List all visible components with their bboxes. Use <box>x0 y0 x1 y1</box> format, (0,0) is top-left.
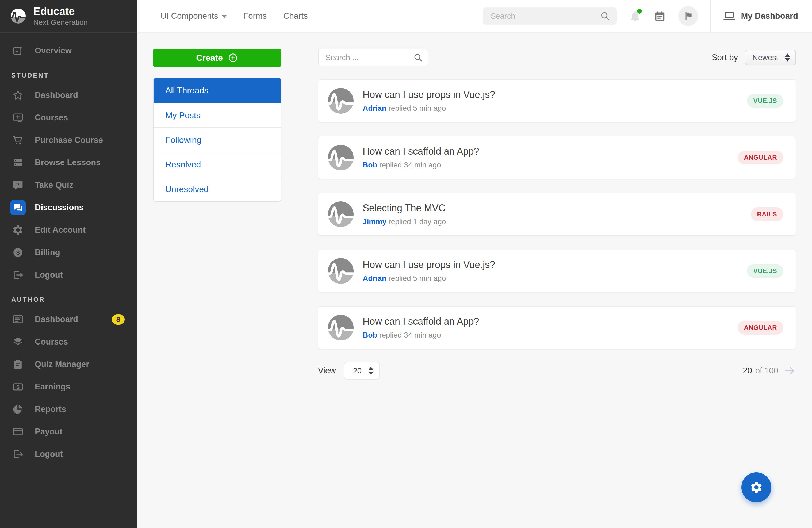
sidebar-item-take-quiz[interactable]: ? Take Quiz <box>0 174 137 196</box>
overview-icon <box>10 43 26 59</box>
main-content: Create All ThreadsMy PostsFollowingResol… <box>137 33 812 528</box>
notifications-button[interactable] <box>629 10 641 22</box>
plus-circle-icon <box>228 53 238 63</box>
topnav-link-forms[interactable]: Forms <box>243 11 267 21</box>
search-icon[interactable] <box>413 53 423 62</box>
topbar-divider <box>710 0 711 32</box>
thread-title[interactable]: How can I use props in Vue.js? <box>363 259 495 270</box>
sort-select[interactable]: Newest <box>745 50 796 65</box>
sidebar-item-label: Take Quiz <box>35 180 73 190</box>
search-icon[interactable] <box>600 11 610 22</box>
star-icon <box>10 87 26 103</box>
thread-tag-badge: ANGULAR <box>738 321 784 334</box>
thread-card[interactable]: How can I scaffold an App? Bob replied 3… <box>318 306 796 349</box>
sidebar-item-label: Billing <box>35 248 60 257</box>
filters-column: Create All ThreadsMy PostsFollowingResol… <box>153 49 281 528</box>
discussions-icon <box>10 200 26 215</box>
sidebar-item-courses[interactable]: Courses <box>0 106 137 129</box>
sidebar-nav: Overview STUDENT Dashboard Courses Purch… <box>0 33 137 466</box>
sidebar-item-label: Quiz Manager <box>35 359 89 369</box>
thread-tag-badge: RAILS <box>751 207 784 221</box>
create-button[interactable]: Create <box>153 49 281 67</box>
sidebar-item-courses[interactable]: Courses <box>0 331 137 353</box>
svg-text:$: $ <box>16 249 20 256</box>
thread-replied-text: replied 5 min ago <box>388 104 446 112</box>
filter-following[interactable]: Following <box>154 127 281 152</box>
sidebar-item-quiz-manager[interactable]: Quiz Manager <box>0 353 137 375</box>
sidebar-item-label: Earnings <box>35 382 70 391</box>
my-dashboard-link[interactable]: My Dashboard <box>723 10 798 22</box>
thread-card[interactable]: How can I use props in Vue.js? Adrian re… <box>318 249 796 292</box>
brand-header[interactable]: Educate Next Generation <box>0 0 137 33</box>
sidebar-item-dashboard[interactable]: Dashboard 8 <box>0 308 137 331</box>
topnav-link-ui-components[interactable]: UI Components <box>160 11 227 21</box>
avatar <box>328 201 353 227</box>
topbar: UI Components Forms Charts <box>137 0 812 33</box>
thread-title[interactable]: How can I scaffold an App? <box>363 316 479 327</box>
threads-search <box>318 49 429 66</box>
sidebar-item-label: Purchase Course <box>35 135 103 145</box>
arrow-right-icon[interactable] <box>784 365 796 377</box>
thread-card[interactable]: Selecting The MVC Jimmy replied 1 day ag… <box>318 193 796 236</box>
avatar <box>328 258 353 284</box>
sidebar-item-dashboard[interactable]: Dashboard <box>0 84 137 106</box>
my-dashboard-label: My Dashboard <box>741 11 798 21</box>
thread-title[interactable]: Selecting The MVC <box>363 202 446 214</box>
sidebar-item-label: Discussions <box>35 203 84 212</box>
sidebar-item-payout[interactable]: Payout <box>0 420 137 443</box>
sidebar-item-purchase-course[interactable]: Purchase Course <box>0 129 137 152</box>
filter-all-threads[interactable]: All Threads <box>154 78 281 103</box>
sidebar-item-logout[interactable]: Logout <box>0 264 137 286</box>
sidebar-item-browse-lessons[interactable]: Browse Lessons <box>0 152 137 174</box>
filter-unresolved[interactable]: Unresolved <box>154 176 281 201</box>
sidebar-item-label: Courses <box>35 113 68 123</box>
threads-column: Sort by Newest How can I use props in V <box>318 49 796 528</box>
thread-author-link[interactable]: Adrian <box>363 104 387 112</box>
sidebar-item-logout[interactable]: Logout <box>0 443 137 466</box>
sidebar-item-earnings[interactable]: $ Earnings <box>0 375 137 398</box>
topnav-link-charts[interactable]: Charts <box>283 11 308 21</box>
flag-icon <box>683 11 693 21</box>
thread-title[interactable]: How can I use props in Vue.js? <box>363 89 495 100</box>
thread-author-link[interactable]: Adrian <box>363 274 387 283</box>
sidebar-item-billing[interactable]: $ Billing <box>0 241 137 264</box>
sort-by-label: Sort by <box>712 53 738 62</box>
thread-replied-text: replied 1 day ago <box>389 217 446 226</box>
sidebar-item-label: Dashboard <box>35 315 78 324</box>
sidebar-item-label: Payout <box>35 427 62 437</box>
thread-card[interactable]: How can I scaffold an App? Bob replied 3… <box>318 136 796 179</box>
thread-meta: Bob replied 34 min ago <box>363 161 479 169</box>
sidebar-item-edit-account[interactable]: Edit Account <box>0 219 137 241</box>
pagination-total: of 100 <box>755 366 778 375</box>
thread-author-link[interactable]: Jimmy <box>363 217 387 226</box>
calendar-button[interactable] <box>654 10 666 22</box>
thread-replied-text: replied 5 min ago <box>388 274 446 283</box>
flag-button[interactable] <box>678 6 698 26</box>
courses-icon <box>10 110 26 126</box>
view-count-select[interactable]: 20 <box>344 362 379 380</box>
settings-fab-button[interactable] <box>741 472 771 502</box>
sidebar-item-reports[interactable]: Reports <box>0 398 137 420</box>
filter-resolved[interactable]: Resolved <box>154 152 281 176</box>
thread-meta: Adrian replied 5 min ago <box>363 274 495 283</box>
threads-footer: View 20 20 of 100 <box>318 362 796 380</box>
thread-meta: Adrian replied 5 min ago <box>363 104 495 113</box>
view-label: View <box>318 366 336 375</box>
sidebar-item-overview[interactable]: Overview <box>0 40 137 62</box>
thread-author-link[interactable]: Bob <box>363 161 377 169</box>
thread-author-link[interactable]: Bob <box>363 331 377 339</box>
threads-search-input[interactable] <box>318 49 429 66</box>
sidebar-item-label: Reports <box>35 404 66 414</box>
topbar-search-input[interactable] <box>491 12 600 20</box>
filter-my-posts[interactable]: My Posts <box>154 103 281 127</box>
thread-card[interactable]: How can I use props in Vue.js? Adrian re… <box>318 80 796 122</box>
quiz-icon: ? <box>10 177 26 193</box>
brand-name: Educate <box>33 5 88 17</box>
sidebar-item-discussions[interactable]: Discussions <box>0 196 137 219</box>
clipboard-icon <box>10 357 26 372</box>
view-cluster: View 20 <box>318 362 379 380</box>
sidebar-item-label: Dashboard <box>35 90 78 100</box>
avatar <box>328 315 353 341</box>
notification-count-badge: 8 <box>112 314 125 325</box>
thread-title[interactable]: How can I scaffold an App? <box>363 146 479 157</box>
